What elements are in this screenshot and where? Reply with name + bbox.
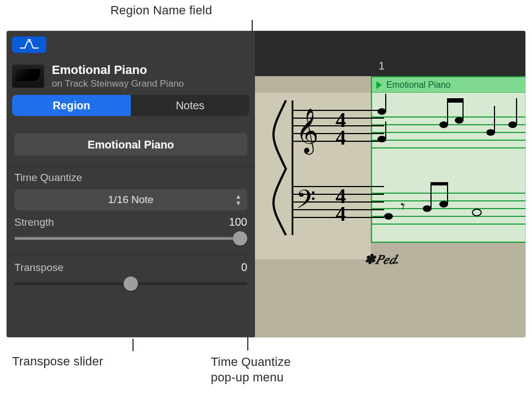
svg-point-25 [423,205,432,212]
svg-point-24 [384,213,393,220]
svg-point-30 [472,209,481,216]
svg-text:4: 4 [336,126,346,149]
region-title: Emotional Piano [52,63,184,77]
svg-point-22 [508,121,517,128]
region-identity-row: Emotional Piano on Track Steinway Grand … [7,55,255,95]
inspector-tabs: Region Notes [12,95,249,116]
svg-rect-29 [430,182,448,185]
inspector-header [7,31,255,55]
grand-staff-gutter: 𝄞 𝄢 4 4 4 4 [266,91,384,256]
svg-point-17 [455,117,464,124]
chevron-updown-icon: ▲▼ [235,193,242,206]
bar-number: 1 [379,60,385,72]
slider-track [14,237,247,240]
leader-line [132,339,134,351]
svg-text:4: 4 [336,202,346,225]
svg-point-20 [486,129,495,136]
svg-rect-12 [385,94,386,111]
clip-staff-svg: 𝄾 [372,94,525,243]
transpose-label: Transpose [14,262,63,274]
time-quantize-popup[interactable]: 1/16 Note ▲▼ [14,189,247,210]
slider-thumb[interactable] [233,231,247,246]
time-quantize-group: Time Quantize 1/16 Note ▲▼ Strength 100 [7,167,255,251]
catch-playhead-button[interactable] [12,36,46,53]
strength-slider[interactable] [14,230,247,247]
bar-ruler[interactable]: 1 [255,31,525,76]
treble-clef-icon: 𝄞 [296,109,318,155]
region-name-field-wrap: Emotional Piano [7,116,255,167]
clip-header[interactable]: Emotional Piano [372,77,525,93]
play-triangle-icon [376,81,382,89]
strength-value[interactable]: 100 [229,216,247,228]
app-screenshot: Emotional Piano on Track Steinway Grand … [7,31,525,337]
time-quantize-label: Time Quantize [14,172,247,184]
strength-row: Strength 100 [14,210,247,230]
transpose-value[interactable]: 0 [241,261,247,274]
catch-playhead-icon [18,38,40,52]
clip-name: Emotional Piano [386,80,451,90]
slider-thumb[interactable] [124,277,138,291]
annotation-transpose-slider: Transpose slider [12,354,103,369]
svg-point-27 [439,201,448,208]
tab-notes[interactable]: Notes [131,95,249,116]
score-editor-area[interactable]: 1 Emotional Piano [255,31,525,337]
svg-rect-19 [447,98,464,103]
region-subtitle: on Track Steinway Grand Piano [52,78,184,89]
bass-clef-icon: 𝄢 [296,185,316,220]
pedal-marking: ✽𝑃𝑒𝑑. [364,252,399,267]
tab-region[interactable]: Region [12,95,131,116]
transpose-group: Transpose 0 [7,254,255,296]
transpose-slider[interactable] [14,275,247,293]
svg-rect-26 [430,182,432,209]
time-quantize-value: 1/16 Note [108,194,153,206]
midi-region-clip[interactable]: Emotional Piano [371,76,525,243]
svg-rect-23 [516,98,517,125]
annotation-time-quantize-popup: Time Quantize pop-up menu [211,354,316,385]
instrument-thumbnail [12,65,44,88]
annotation-region-name-field: Region Name field [110,3,212,18]
strength-label: Strength [14,216,54,228]
svg-rect-21 [494,106,495,132]
region-name-field[interactable]: Emotional Piano [14,134,247,156]
svg-point-15 [439,121,448,128]
svg-rect-14 [385,121,386,139]
region-inspector-panel: Emotional Piano on Track Steinway Grand … [7,31,255,337]
